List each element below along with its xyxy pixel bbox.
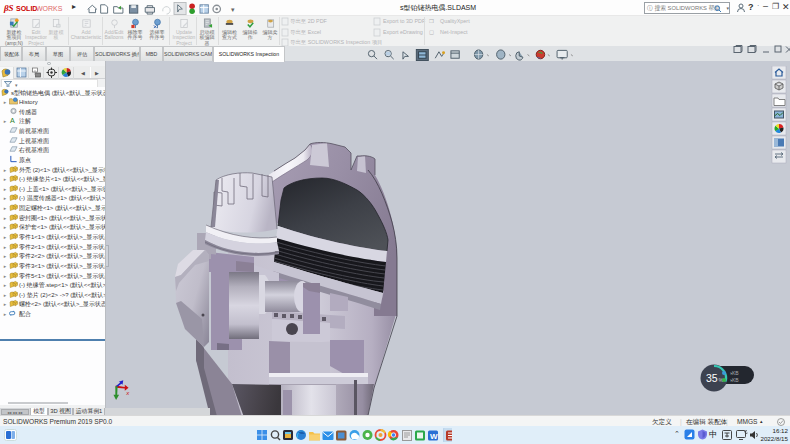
svg-text:SOLID: SOLID [16,5,37,12]
svg-text:35: 35 [706,372,718,384]
svg-text:W: W [430,432,438,441]
svg-text:βS: βS [3,3,14,13]
svg-text:A: A [10,117,15,124]
svg-text:WORKS: WORKS [36,5,63,12]
svg-text:x: x [125,390,130,396]
